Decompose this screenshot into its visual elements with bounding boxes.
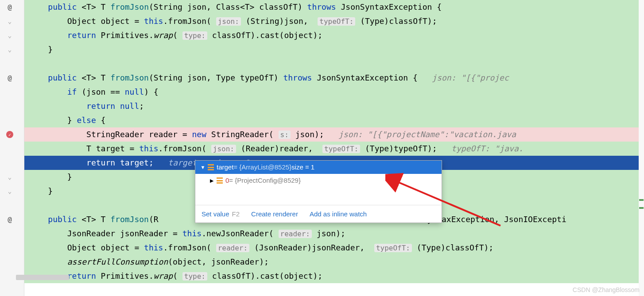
code-line[interactable]: public <T> T fromJson(String json, Type …	[24, 71, 644, 85]
code-editor[interactable]: @ ⌄ ⌄ ⌄ @ ⌄ ⌄ @ public <T> T fromJson(St…	[0, 0, 644, 296]
code-area[interactable]: public <T> T fromJson(String json, Class…	[24, 0, 644, 296]
item-value: = {ProjectConfig@8529}	[229, 174, 301, 187]
stripe-mark[interactable]	[639, 199, 644, 201]
popup-variable-row[interactable]: ▼ target = {ArrayList@8525} size = 1	[195, 161, 442, 174]
set-value-link[interactable]: Set value	[202, 210, 229, 218]
closure-icon: ⌄	[5, 45, 14, 54]
code-line[interactable]: Object object = this.fromJson( json: (St…	[24, 14, 644, 28]
create-renderer-link[interactable]: Create renderer	[251, 210, 298, 218]
popup-actions: Set valueF2 Create renderer Add as inlin…	[195, 205, 442, 223]
add-inline-watch-link[interactable]: Add as inline watch	[310, 210, 367, 218]
code-line[interactable]: return null;	[24, 99, 644, 113]
code-line[interactable]: public <T> T fromJson(String json, Class…	[24, 0, 644, 14]
error-stripe[interactable]	[639, 0, 644, 296]
chevron-right-icon[interactable]: ▶	[209, 174, 215, 187]
debug-value-popup[interactable]: ▼ target = {ArrayList@8525} size = 1 ▶ 0…	[195, 160, 442, 223]
chevron-down-icon[interactable]: ▼	[200, 161, 206, 174]
override-icon[interactable]: @	[5, 3, 14, 12]
popup-spacer	[195, 187, 442, 205]
code-line[interactable]: } else {	[24, 113, 644, 127]
code-line[interactable]: assertFullConsumption(object, jsonReader…	[24, 255, 644, 269]
variable-size: size = 1	[291, 161, 314, 174]
override-icon[interactable]: @	[5, 215, 14, 224]
horizontal-scrollbar[interactable]	[16, 275, 69, 280]
code-line[interactable]	[24, 57, 644, 71]
code-line[interactable]: return Primitives.wrap( type: classOfT).…	[24, 28, 644, 42]
variable-value: = {ArrayList@8525}	[233, 161, 291, 174]
stripe-mark[interactable]	[639, 207, 644, 209]
shortcut-label: F2	[232, 210, 240, 218]
code-line[interactable]: JsonReader jsonReader = this.newJsonRead…	[24, 227, 644, 241]
popup-item-row[interactable]: ▶ 0 = {ProjectConfig@8529}	[195, 174, 442, 187]
closure-icon: ⌄	[5, 187, 14, 196]
breakpoint-icon[interactable]	[5, 130, 14, 139]
code-line[interactable]: if (json == null) {	[24, 85, 644, 99]
object-icon	[217, 177, 223, 184]
code-line[interactable]: }	[24, 42, 644, 57]
closure-icon: ⌄	[5, 173, 14, 181]
item-index: 0	[225, 174, 229, 187]
gutter: @ ⌄ ⌄ ⌄ @ ⌄ ⌄ @	[0, 0, 24, 296]
closure-icon: ⌄	[5, 17, 14, 26]
variable-name: target	[217, 161, 233, 174]
code-line[interactable]: T target = this.fromJson( json: (Reader)…	[24, 142, 644, 156]
code-line[interactable]: return Primitives.wrap( type: classOfT).…	[24, 269, 644, 283]
closure-icon: ⌄	[5, 31, 14, 40]
code-line[interactable]: Object object = this.fromJson( reader: (…	[24, 241, 644, 255]
object-icon	[208, 164, 214, 170]
code-line[interactable]: StringReader reader = new StringReader( …	[24, 127, 644, 142]
watermark: CSDN @ZhangBlossom	[573, 286, 640, 293]
override-icon[interactable]: @	[5, 73, 14, 82]
